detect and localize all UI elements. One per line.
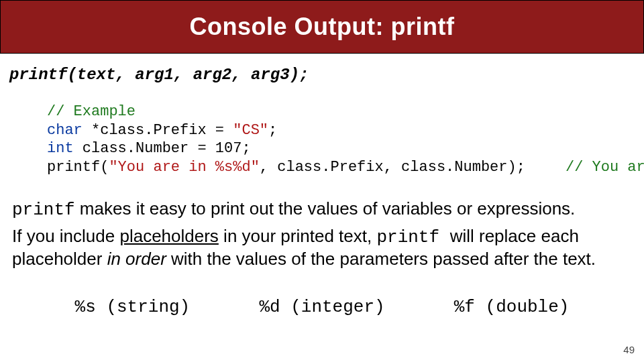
code-text: ; [268, 122, 277, 139]
placeholder-double: %f (double) [454, 297, 570, 317]
placeholder-list: %s (string) %d (integer) %f (double) [0, 274, 644, 317]
text: If you include [12, 226, 119, 246]
code-text: *class.Prefix = [83, 122, 233, 139]
example-code: // Example char *class.Prefix = "CS"; in… [0, 84, 644, 176]
code-text: class.Number = 107; [74, 140, 251, 157]
placeholder-string: %s (string) [75, 297, 191, 317]
inline-code: printf [376, 227, 449, 247]
syntax-line: printf(text, arg1, arg2, arg3); [0, 54, 644, 84]
code-text: printf( [47, 159, 109, 176]
text-italic: in order [107, 249, 166, 269]
code-keyword: int [47, 140, 74, 157]
code-string: "CS" [233, 122, 268, 139]
page-number: 49 [623, 344, 635, 355]
code-text: , class.Prefix, class.Number); [260, 159, 525, 176]
text: with the values of the parameters passed… [166, 249, 596, 269]
text-underline: placeholders [119, 226, 218, 246]
placeholder-int: %d (integer) [259, 297, 384, 317]
slide-title: Console Output: printf [0, 0, 644, 54]
code-keyword: char [47, 122, 83, 139]
code-comment: // Example [47, 103, 136, 120]
code-output-comment: // You are in CS 107 [566, 158, 644, 177]
inline-code: printf [12, 200, 75, 220]
body-text: printf makes it easy to print out the va… [0, 176, 644, 270]
text: makes it easy to print out the values of… [75, 198, 576, 219]
code-string: "You are in %s%d" [109, 159, 259, 176]
text: in your printed text, [219, 226, 377, 246]
